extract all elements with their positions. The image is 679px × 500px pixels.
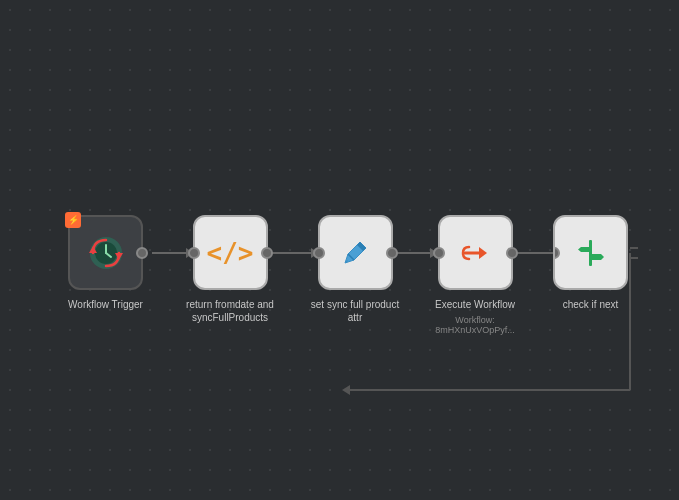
pencil-icon	[333, 230, 378, 275]
output-port-workflow-trigger	[136, 247, 148, 259]
node-card-workflow-trigger[interactable]: ⚡	[68, 215, 143, 290]
node-card-check-if-next[interactable]	[553, 215, 628, 290]
node-label-workflow-trigger: Workflow Trigger	[68, 298, 143, 311]
workflow-canvas: ⚡ Workflow Trigger	[0, 0, 679, 500]
node-card-execute-workflow[interactable]	[438, 215, 513, 290]
node-card-set-sync[interactable]	[318, 215, 393, 290]
output-port-return-fromdate	[261, 247, 273, 259]
input-port-return-fromdate	[188, 247, 200, 259]
double-output-port	[626, 245, 628, 261]
node-execute-workflow[interactable]: Execute Workflow Workflow: 8mHXnUxVOpPyf…	[430, 215, 520, 335]
input-port-execute-workflow	[433, 247, 445, 259]
node-label-set-sync: set sync full product attr	[310, 298, 400, 324]
node-label-execute-workflow: Execute Workflow	[435, 298, 515, 311]
input-port-check-if-next	[553, 247, 560, 259]
sync-clock-icon	[83, 230, 128, 275]
output-port-set-sync	[386, 247, 398, 259]
node-label-return-fromdate: return fromdate and syncFullProducts	[185, 298, 275, 324]
node-label-check-if-next: check if next	[563, 298, 619, 311]
node-card-return-fromdate[interactable]: </>	[193, 215, 268, 290]
signs-icon	[568, 230, 613, 275]
lightning-badge: ⚡	[65, 212, 81, 228]
input-port-set-sync	[313, 247, 325, 259]
output-port-execute-workflow	[506, 247, 518, 259]
svg-rect-20	[589, 240, 592, 266]
node-sublabel-execute-workflow: Workflow: 8mHXnUxVOpPyf...	[430, 315, 520, 335]
node-return-fromdate[interactable]: </> return fromdate and syncFullProducts	[185, 215, 275, 324]
node-workflow-trigger[interactable]: ⚡ Workflow Trigger	[68, 215, 143, 311]
node-set-sync[interactable]: set sync full product attr	[310, 215, 400, 324]
svg-marker-19	[479, 247, 487, 259]
redirect-icon	[453, 230, 498, 275]
code-icon: </>	[208, 230, 253, 275]
svg-marker-10	[342, 385, 350, 395]
node-check-if-next[interactable]: check if next	[553, 215, 628, 311]
